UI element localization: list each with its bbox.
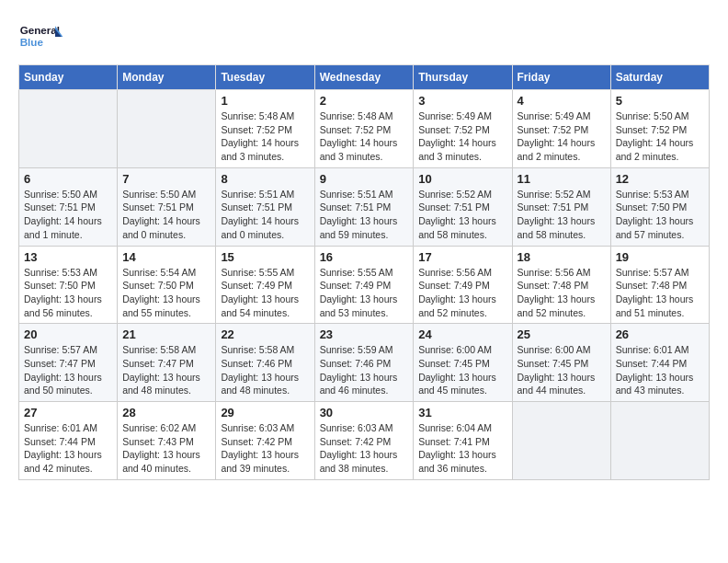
calendar-day-cell: 6Sunrise: 5:50 AM Sunset: 7:51 PM Daylig… (19, 167, 118, 246)
weekday-header-cell: Tuesday (216, 65, 314, 90)
weekday-header-cell: Sunday (19, 65, 118, 90)
day-info: Sunrise: 5:55 AM Sunset: 7:49 PM Dayligh… (320, 266, 409, 320)
day-number: 13 (24, 250, 112, 264)
calendar-day-cell: 17Sunrise: 5:56 AM Sunset: 7:49 PM Dayli… (414, 246, 512, 324)
day-number: 19 (616, 250, 704, 264)
day-number: 6 (24, 172, 112, 186)
day-info: Sunrise: 6:00 AM Sunset: 7:45 PM Dayligh… (418, 343, 506, 397)
calendar-table: SundayMondayTuesdayWednesdayThursdayFrid… (18, 64, 710, 480)
day-number: 15 (221, 250, 309, 264)
weekday-header-cell: Saturday (610, 65, 709, 90)
day-number: 17 (418, 250, 506, 264)
weekday-header-row: SundayMondayTuesdayWednesdayThursdayFrid… (19, 65, 710, 90)
day-info: Sunrise: 5:57 AM Sunset: 7:48 PM Dayligh… (616, 266, 704, 320)
day-info: Sunrise: 6:01 AM Sunset: 7:44 PM Dayligh… (616, 343, 704, 397)
day-info: Sunrise: 5:52 AM Sunset: 7:51 PM Dayligh… (518, 188, 606, 242)
calendar-day-cell: 11Sunrise: 5:52 AM Sunset: 7:51 PM Dayli… (512, 167, 610, 246)
day-number: 26 (616, 327, 704, 341)
calendar-day-cell: 27Sunrise: 6:01 AM Sunset: 7:44 PM Dayli… (19, 402, 118, 480)
calendar-day-cell: 19Sunrise: 5:57 AM Sunset: 7:48 PM Dayli… (610, 246, 709, 324)
day-info: Sunrise: 5:50 AM Sunset: 7:51 PM Dayligh… (24, 188, 112, 242)
day-info: Sunrise: 5:52 AM Sunset: 7:51 PM Dayligh… (418, 188, 506, 242)
day-info: Sunrise: 6:03 AM Sunset: 7:42 PM Dayligh… (320, 421, 409, 476)
day-info: Sunrise: 5:49 AM Sunset: 7:52 PM Dayligh… (418, 109, 506, 164)
calendar-day-cell: 26Sunrise: 6:01 AM Sunset: 7:44 PM Dayli… (610, 324, 709, 402)
day-number: 22 (221, 327, 309, 341)
calendar-day-cell (512, 402, 610, 480)
svg-text:General: General (20, 24, 60, 36)
day-info: Sunrise: 6:00 AM Sunset: 7:45 PM Dayligh… (518, 343, 606, 397)
calendar-week-row: 6Sunrise: 5:50 AM Sunset: 7:51 PM Daylig… (19, 167, 710, 246)
day-info: Sunrise: 5:50 AM Sunset: 7:52 PM Dayligh… (616, 109, 704, 164)
day-number: 16 (320, 250, 409, 264)
calendar-day-cell (118, 90, 216, 168)
calendar-day-cell (610, 402, 709, 480)
weekday-header-cell: Monday (118, 65, 216, 90)
day-info: Sunrise: 5:48 AM Sunset: 7:52 PM Dayligh… (221, 109, 309, 164)
day-number: 5 (616, 94, 704, 108)
calendar-week-row: 20Sunrise: 5:57 AM Sunset: 7:47 PM Dayli… (19, 324, 710, 402)
weekday-header-cell: Wednesday (314, 65, 414, 90)
calendar-day-cell: 29Sunrise: 6:03 AM Sunset: 7:42 PM Dayli… (216, 402, 314, 480)
day-info: Sunrise: 5:59 AM Sunset: 7:46 PM Dayligh… (320, 343, 409, 397)
day-number: 7 (122, 172, 210, 186)
day-number: 9 (320, 172, 409, 186)
day-number: 27 (24, 406, 112, 419)
calendar-day-cell: 21Sunrise: 5:58 AM Sunset: 7:47 PM Dayli… (118, 324, 216, 402)
day-number: 29 (221, 406, 309, 419)
day-number: 18 (518, 250, 606, 264)
page-header: General Blue (18, 18, 710, 55)
calendar-day-cell: 12Sunrise: 5:53 AM Sunset: 7:50 PM Dayli… (610, 167, 709, 246)
calendar-day-cell: 23Sunrise: 5:59 AM Sunset: 7:46 PM Dayli… (314, 324, 414, 402)
calendar-day-cell (19, 90, 118, 168)
day-info: Sunrise: 6:03 AM Sunset: 7:42 PM Dayligh… (221, 421, 309, 476)
day-info: Sunrise: 5:56 AM Sunset: 7:49 PM Dayligh… (418, 266, 506, 320)
day-number: 14 (122, 250, 210, 264)
day-info: Sunrise: 5:53 AM Sunset: 7:50 PM Dayligh… (24, 266, 112, 320)
day-number: 2 (320, 94, 409, 108)
day-info: Sunrise: 5:48 AM Sunset: 7:52 PM Dayligh… (320, 109, 409, 164)
calendar-day-cell: 3Sunrise: 5:49 AM Sunset: 7:52 PM Daylig… (414, 90, 512, 168)
day-info: Sunrise: 6:01 AM Sunset: 7:44 PM Dayligh… (24, 421, 112, 476)
weekday-header-cell: Thursday (414, 65, 512, 90)
day-number: 24 (418, 327, 506, 341)
weekday-header-cell: Friday (512, 65, 610, 90)
calendar-body: 1Sunrise: 5:48 AM Sunset: 7:52 PM Daylig… (19, 90, 710, 480)
calendar-day-cell: 15Sunrise: 5:55 AM Sunset: 7:49 PM Dayli… (216, 246, 314, 324)
day-number: 1 (221, 94, 309, 108)
calendar-day-cell: 14Sunrise: 5:54 AM Sunset: 7:50 PM Dayli… (118, 246, 216, 324)
calendar-week-row: 27Sunrise: 6:01 AM Sunset: 7:44 PM Dayli… (19, 402, 710, 480)
day-info: Sunrise: 5:57 AM Sunset: 7:47 PM Dayligh… (24, 343, 112, 397)
calendar-day-cell: 8Sunrise: 5:51 AM Sunset: 7:51 PM Daylig… (216, 167, 314, 246)
day-number: 23 (320, 327, 409, 341)
calendar-day-cell: 2Sunrise: 5:48 AM Sunset: 7:52 PM Daylig… (314, 90, 414, 168)
day-info: Sunrise: 5:51 AM Sunset: 7:51 PM Dayligh… (221, 188, 309, 242)
calendar-day-cell: 20Sunrise: 5:57 AM Sunset: 7:47 PM Dayli… (19, 324, 118, 402)
calendar-day-cell: 1Sunrise: 5:48 AM Sunset: 7:52 PM Daylig… (216, 90, 314, 168)
calendar-day-cell: 24Sunrise: 6:00 AM Sunset: 7:45 PM Dayli… (414, 324, 512, 402)
day-info: Sunrise: 5:58 AM Sunset: 7:47 PM Dayligh… (122, 343, 210, 397)
day-number: 10 (418, 172, 506, 186)
day-number: 11 (518, 172, 606, 186)
day-number: 12 (616, 172, 704, 186)
day-info: Sunrise: 5:56 AM Sunset: 7:48 PM Dayligh… (518, 266, 606, 320)
logo: General Blue (18, 18, 64, 55)
day-number: 25 (518, 327, 606, 341)
calendar-day-cell: 30Sunrise: 6:03 AM Sunset: 7:42 PM Dayli… (314, 402, 414, 480)
calendar-day-cell: 25Sunrise: 6:00 AM Sunset: 7:45 PM Dayli… (512, 324, 610, 402)
calendar-day-cell: 4Sunrise: 5:49 AM Sunset: 7:52 PM Daylig… (512, 90, 610, 168)
day-number: 4 (518, 94, 606, 108)
calendar-week-row: 1Sunrise: 5:48 AM Sunset: 7:52 PM Daylig… (19, 90, 710, 168)
calendar-day-cell: 10Sunrise: 5:52 AM Sunset: 7:51 PM Dayli… (414, 167, 512, 246)
calendar-day-cell: 16Sunrise: 5:55 AM Sunset: 7:49 PM Dayli… (314, 246, 414, 324)
calendar-day-cell: 5Sunrise: 5:50 AM Sunset: 7:52 PM Daylig… (610, 90, 709, 168)
calendar-day-cell: 9Sunrise: 5:51 AM Sunset: 7:51 PM Daylig… (314, 167, 414, 246)
day-info: Sunrise: 5:54 AM Sunset: 7:50 PM Dayligh… (122, 266, 210, 320)
calendar-week-row: 13Sunrise: 5:53 AM Sunset: 7:50 PM Dayli… (19, 246, 710, 324)
day-info: Sunrise: 5:51 AM Sunset: 7:51 PM Dayligh… (320, 188, 409, 242)
day-info: Sunrise: 5:53 AM Sunset: 7:50 PM Dayligh… (616, 188, 704, 242)
day-number: 8 (221, 172, 309, 186)
day-number: 20 (24, 327, 112, 341)
day-number: 30 (320, 406, 409, 419)
calendar-day-cell: 13Sunrise: 5:53 AM Sunset: 7:50 PM Dayli… (19, 246, 118, 324)
